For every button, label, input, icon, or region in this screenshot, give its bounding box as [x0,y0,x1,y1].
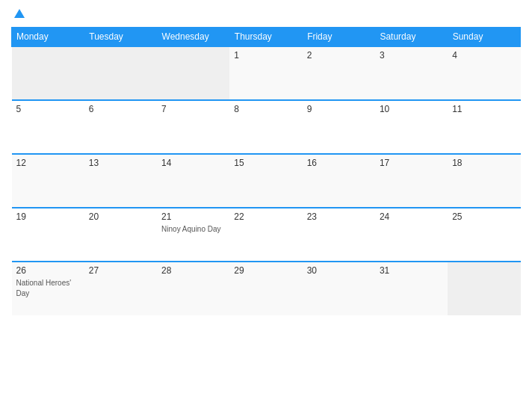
calendar-cell: 30 [303,262,375,315]
calendar-cell [84,46,157,100]
day-number: 27 [89,265,152,276]
day-number: 14 [161,158,225,168]
calendar-container: MondayTuesdayWednesdayThursdayFridaySatu… [0,0,532,411]
calendar-cell: 29 [229,262,302,315]
logo [11,7,26,21]
calendar-week-row: 26National Heroes' Day2728293031 [12,262,521,315]
day-number: 18 [452,158,516,168]
day-number: 13 [89,158,152,168]
weekday-header-wednesday: Wednesday [157,28,229,47]
calendar-cell: 26National Heroes' Day [12,262,84,315]
day-number: 3 [380,50,443,61]
day-number: 28 [161,265,225,276]
calendar-cell: 23 [303,208,375,262]
calendar-header [11,7,521,21]
calendar-cell [157,46,229,100]
day-number: 21 [161,211,225,222]
calendar-cell: 21Ninoy Aquino Day [157,208,229,262]
weekday-header-saturday: Saturday [375,28,448,47]
weekday-header-monday: Monday [12,28,84,47]
day-number: 2 [307,50,371,61]
day-number: 8 [234,104,297,114]
calendar-cell: 13 [84,154,157,208]
day-number: 15 [234,158,297,168]
day-number: 17 [380,158,443,168]
calendar-cell: 28 [157,262,229,315]
calendar-cell [12,46,84,100]
day-number: 7 [161,104,225,114]
calendar-cell [448,262,520,315]
calendar-cell: 31 [375,262,448,315]
day-number: 16 [307,158,371,168]
weekday-header-sunday: Sunday [448,28,520,47]
calendar-cell: 19 [12,208,84,262]
day-number: 4 [452,50,516,61]
day-number: 25 [452,211,516,222]
calendar-cell: 12 [12,154,84,208]
calendar-cell: 1 [229,46,302,100]
holiday-name: Ninoy Aquino Day [161,225,221,233]
calendar-cell: 15 [229,154,302,208]
day-number: 30 [307,265,371,276]
day-number: 31 [380,265,443,276]
calendar-cell: 17 [375,154,448,208]
logo-icon [13,7,26,21]
calendar-cell: 18 [448,154,520,208]
calendar-week-row: 12131415161718 [12,154,521,208]
calendar-cell: 20 [84,208,157,262]
calendar-cell: 16 [303,154,375,208]
calendar-grid: MondayTuesdayWednesdayThursdayFridaySatu… [11,27,521,315]
weekday-header-tuesday: Tuesday [84,28,157,47]
day-number: 9 [307,104,371,114]
weekday-header-friday: Friday [303,28,375,47]
day-number: 24 [380,211,443,222]
calendar-cell: 5 [12,100,84,154]
day-number: 12 [16,158,80,168]
weekday-header-thursday: Thursday [229,28,302,47]
holiday-name: National Heroes' Day [16,279,72,297]
calendar-cell: 25 [448,208,520,262]
calendar-cell: 22 [229,208,302,262]
calendar-cell: 14 [157,154,229,208]
weekday-header-row: MondayTuesdayWednesdayThursdayFridaySatu… [12,28,521,47]
calendar-cell: 3 [375,46,448,100]
calendar-week-row: 1234 [12,46,521,100]
calendar-cell: 7 [157,100,229,154]
calendar-cell: 4 [448,46,520,100]
calendar-cell: 8 [229,100,302,154]
day-number: 22 [234,211,297,222]
day-number: 29 [234,265,297,276]
calendar-week-row: 192021Ninoy Aquino Day22232425 [12,208,521,262]
day-number: 26 [16,265,80,276]
day-number: 6 [89,104,152,114]
calendar-cell: 9 [303,100,375,154]
day-number: 23 [307,211,371,222]
calendar-week-row: 567891011 [12,100,521,154]
calendar-cell: 27 [84,262,157,315]
svg-marker-0 [14,9,25,18]
day-number: 20 [89,211,152,222]
day-number: 1 [234,50,297,61]
calendar-cell: 2 [303,46,375,100]
day-number: 10 [380,104,443,114]
day-number: 5 [16,104,80,114]
calendar-cell: 24 [375,208,448,262]
day-number: 19 [16,211,80,222]
calendar-cell: 10 [375,100,448,154]
day-number: 11 [452,104,516,114]
calendar-cell: 6 [84,100,157,154]
calendar-cell: 11 [448,100,520,154]
